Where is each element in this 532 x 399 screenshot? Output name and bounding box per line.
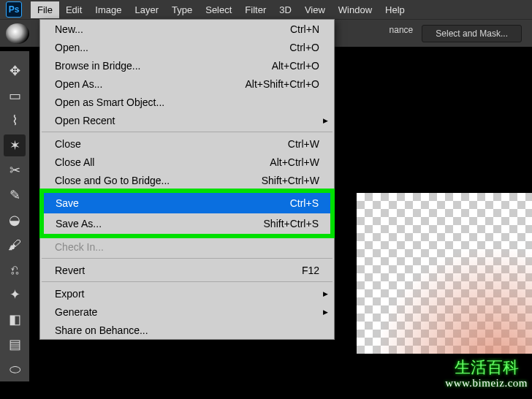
menuitem-shortcut: Shift+Ctrl+W [262, 175, 319, 186]
menuitem-shortcut: Shift+Ctrl+S [264, 218, 319, 229]
menuitem-label: Check In... [55, 241, 319, 253]
move-tool[interactable]: ✥ [4, 60, 26, 82]
menuitem-open-recent[interactable]: Open Recent [40, 111, 334, 129]
menuitem-label: Share on Behance... [55, 324, 319, 336]
menuitem-label: Revert [55, 265, 302, 276]
menuitem-shortcut: Alt+Ctrl+W [270, 156, 319, 168]
save-highlight-box: SaveCtrl+SSave As...Shift+Ctrl+S [39, 189, 335, 238]
menuitem-shortcut: Ctrl+O [289, 42, 319, 53]
menuitem-revert[interactable]: RevertF12 [40, 261, 334, 279]
menuitem-browse-in-bridge[interactable]: Browse in Bridge...Alt+Ctrl+O [40, 56, 334, 75]
menuitem-close-and-go-to-bridge[interactable]: Close and Go to Bridge...Shift+Ctrl+W [40, 171, 334, 189]
brush-tool[interactable]: 🖌 [4, 234, 26, 256]
menuitem-label: Open as Smart Object... [55, 96, 319, 108]
menu-window[interactable]: Window [332, 1, 379, 18]
menu-help[interactable]: Help [379, 1, 411, 18]
menuitem-label: Save [56, 197, 290, 209]
menu-select[interactable]: Select [199, 1, 238, 18]
left-toolbar: ✥▭⌇✶✂✎◒🖌⎌✦◧▤⬭ [0, 51, 29, 381]
menuitem-check-in: Check In... [40, 238, 334, 256]
quick-select-tool[interactable]: ✶ [4, 134, 26, 156]
menuitem-shortcut: Ctrl+S [290, 197, 319, 209]
menuitem-label: Save As... [56, 218, 264, 229]
lasso-tool[interactable]: ⌇ [4, 110, 26, 132]
healing-brush-tool[interactable]: ◒ [4, 209, 26, 231]
menu-separator [42, 258, 332, 259]
menuitem-save[interactable]: SaveCtrl+S [44, 193, 330, 213]
menuitem-label: Close and Go to Bridge... [55, 175, 262, 186]
app-logo: Ps [6, 1, 22, 18]
blur-tool[interactable]: ⬭ [4, 358, 26, 380]
menuitem-shortcut: Ctrl+W [288, 138, 319, 150]
menuitem-label: Open Recent [55, 115, 319, 126]
menu-type[interactable]: Type [165, 1, 199, 18]
watermark: 生活百科 www.bimeiz.com [445, 359, 528, 389]
menu-3d[interactable]: 3D [273, 1, 298, 18]
menu-file[interactable]: File [31, 1, 59, 18]
menu-layer[interactable]: Layer [129, 1, 166, 18]
crop-tool[interactable]: ✂ [4, 159, 26, 181]
menuitem-export[interactable]: Export [40, 284, 334, 303]
menuitem-label: New... [55, 23, 290, 35]
menuitem-share-on-behance[interactable]: Share on Behance... [40, 321, 334, 339]
menuitem-label: Close All [55, 156, 270, 168]
menuitem-shortcut: Alt+Shift+Ctrl+O [245, 78, 319, 90]
menuitem-open-as[interactable]: Open As...Alt+Shift+Ctrl+O [40, 75, 334, 93]
menuitem-label: Open As... [55, 78, 245, 90]
canvas-image [357, 193, 532, 354]
menuitem-close-all[interactable]: Close AllAlt+Ctrl+W [40, 153, 334, 171]
menuitem-open[interactable]: Open...Ctrl+O [40, 38, 334, 56]
menuitem-label: Open... [55, 42, 289, 53]
gradient-tool[interactable]: ▤ [4, 333, 26, 355]
menuitem-shortcut: Ctrl+N [290, 23, 319, 35]
eraser-tool[interactable]: ◧ [4, 308, 26, 330]
menubar: Ps FileEditImageLayerTypeSelectFilter3DV… [0, 0, 532, 19]
menu-edit[interactable]: Edit [59, 1, 88, 18]
menuitem-new[interactable]: New...Ctrl+N [40, 20, 334, 38]
menu-image[interactable]: Image [88, 1, 128, 18]
luminance-label: nance [390, 25, 414, 42]
file-menu-dropdown: New...Ctrl+NOpen...Ctrl+OBrowse in Bridg… [39, 19, 335, 340]
menuitem-close[interactable]: CloseCtrl+W [40, 134, 334, 153]
menuitem-label: Generate [55, 306, 319, 318]
watermark-text: 生活百科 [445, 359, 528, 376]
eyedropper-tool[interactable]: ✎ [4, 184, 26, 206]
menuitem-label: Close [55, 138, 288, 150]
menuitem-save-as[interactable]: Save As...Shift+Ctrl+S [44, 213, 330, 234]
select-and-mask-button[interactable]: Select and Mask... [422, 25, 522, 42]
menu-view[interactable]: View [298, 1, 332, 18]
menuitem-label: Export [55, 288, 319, 300]
history-brush-tool[interactable]: ✦ [4, 284, 26, 305]
menuitem-shortcut: F12 [302, 265, 319, 276]
menuitem-label: Browse in Bridge... [55, 60, 272, 72]
brush-preset-icon[interactable] [6, 23, 29, 44]
menuitem-generate[interactable]: Generate [40, 303, 334, 321]
menu-separator [42, 281, 332, 282]
menu-separator [42, 132, 332, 132]
marquee-tool[interactable]: ▭ [4, 85, 26, 107]
menuitem-open-as-smart-object[interactable]: Open as Smart Object... [40, 93, 334, 111]
clone-stamp-tool[interactable]: ⎌ [4, 259, 26, 281]
menu-filter[interactable]: Filter [238, 1, 273, 18]
watermark-url: www.bimeiz.com [445, 377, 528, 390]
menuitem-shortcut: Alt+Ctrl+O [272, 60, 319, 72]
